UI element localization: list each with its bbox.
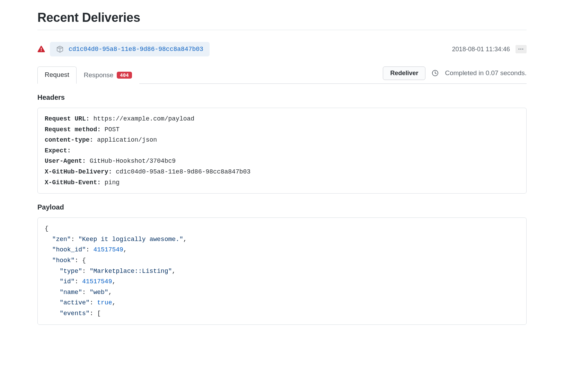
tab-response-label: Response [84, 71, 114, 79]
divider [37, 30, 527, 30]
payload-block: { "zen": "Keep it logically awesome.", "… [37, 217, 527, 324]
delivery-pill[interactable]: cd1c04d0-95a8-11e8-9d86-98cc8a847b03 [50, 42, 210, 56]
redeliver-button[interactable]: Redeliver [383, 66, 425, 80]
delivery-summary-row: cd1c04d0-95a8-11e8-9d86-98cc8a847b03 201… [37, 42, 527, 56]
page-title: Recent Deliveries [37, 10, 527, 25]
alert-triangle-icon [37, 45, 45, 53]
delivery-timestamp: 2018-08-01 11:34:46 [452, 46, 510, 53]
tab-bar: Request Response 404 Redeliver Completed… [37, 66, 527, 84]
headers-title: Headers [37, 93, 527, 101]
completed-text: Completed in 0.07 seconds. [445, 69, 527, 77]
payload-title: Payload [37, 203, 527, 211]
tab-response[interactable]: Response 404 [77, 67, 139, 84]
delivery-id: cd1c04d0-95a8-11e8-9d86-98cc8a847b03 [69, 46, 203, 53]
tab-request-label: Request [45, 71, 69, 79]
tab-request[interactable]: Request [37, 66, 77, 84]
more-menu-button[interactable]: ··· [515, 45, 527, 53]
response-status-badge: 404 [117, 72, 132, 79]
clock-icon [432, 70, 439, 77]
headers-block: Request URL: https://example.com/payload… [37, 108, 527, 194]
package-icon [56, 45, 64, 53]
